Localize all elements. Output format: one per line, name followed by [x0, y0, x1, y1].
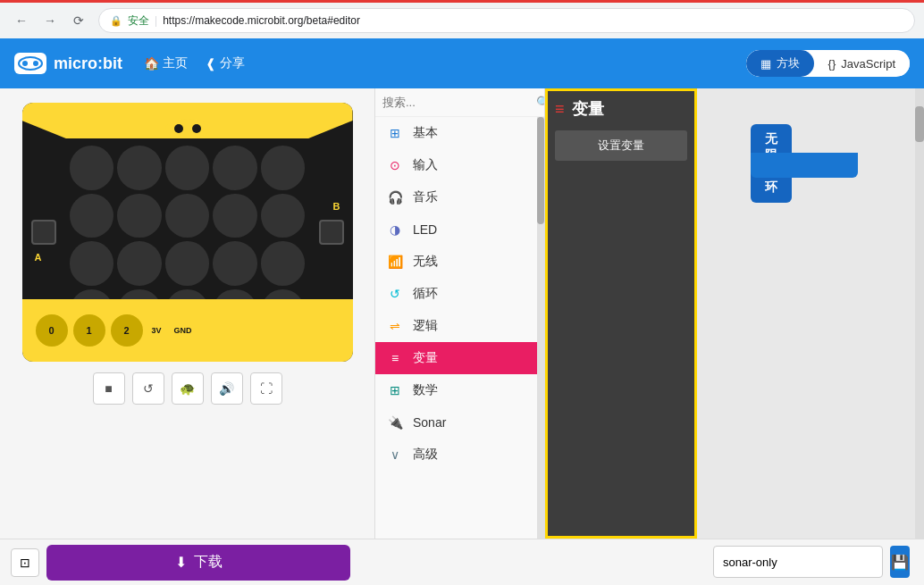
dot — [117, 194, 162, 238]
block-item-wireless[interactable]: 📶 无线 — [375, 246, 537, 278]
mode-toggle: ▦ 方块 {} JavaScript — [746, 50, 910, 77]
dot-row-3 — [70, 241, 306, 286]
logo: micro:bit — [14, 53, 122, 74]
logo-text: micro:bit — [54, 54, 122, 73]
dot — [117, 241, 162, 286]
blocks-scroll-container: ⊞ 基本 ⊙ 输入 🎧 音乐 ◑ LED — [375, 117, 544, 539]
save-icon: 💾 — [891, 554, 909, 571]
simulator-panel: A B 0 1 2 3V GND ■ ↺ 🐢 — [0, 88, 375, 539]
block-item-math[interactable]: ⊞ 数学 — [375, 374, 537, 406]
basic-label: 基本 — [413, 125, 438, 141]
eye-left — [174, 124, 183, 133]
block-item-led[interactable]: ◑ LED — [375, 213, 537, 246]
block-item-logic[interactable]: ⇌ 逻辑 — [375, 310, 537, 342]
variables-title: ≡ 变量 — [555, 98, 687, 120]
pin-0[interactable]: 0 — [36, 314, 68, 347]
pin-1[interactable]: 1 — [73, 314, 105, 347]
pin-3v-label: 3V — [152, 326, 162, 335]
button-b[interactable] — [319, 220, 344, 245]
dot — [117, 146, 162, 190]
microbit-device: A B 0 1 2 3V GND — [22, 103, 353, 362]
sonar-label: Sonar — [413, 415, 446, 430]
search-bar: 🔍 — [375, 88, 544, 117]
slow-motion-button[interactable]: 🐢 — [172, 372, 204, 405]
forward-button[interactable]: → — [38, 8, 63, 33]
dot — [261, 146, 306, 190]
download-label: 下载 — [194, 553, 223, 572]
block-item-advanced[interactable]: ∨ 高级 — [375, 439, 537, 471]
save-button[interactable]: 💾 — [890, 546, 910, 578]
home-nav[interactable]: 🏠 主页 — [144, 55, 188, 71]
math-label: 数学 — [413, 382, 438, 398]
filename-input[interactable] — [713, 546, 883, 578]
dot-row-1 — [70, 146, 306, 190]
block-item-input[interactable]: ⊙ 输入 — [375, 149, 537, 181]
wireless-icon: 📶 — [386, 253, 404, 271]
browser-toolbar: ← → ⟳ 🔒 安全 | https://makecode.microbit.o… — [0, 3, 924, 38]
button-a[interactable] — [31, 220, 56, 245]
input-icon: ⊙ — [386, 156, 404, 174]
scroll-thumb — [537, 117, 544, 224]
nav-buttons: ← → ⟳ — [9, 8, 91, 33]
canvas-area[interactable]: 无限循环 — [697, 88, 924, 539]
svg-point-0 — [19, 57, 42, 70]
pin-2[interactable]: 2 — [111, 314, 143, 347]
canvas-scrollbar[interactable] — [915, 88, 924, 539]
url-text: https://makecode.microbit.org/beta#edito… — [163, 14, 360, 27]
advanced-label: 高级 — [413, 447, 438, 463]
secure-text: 安全 — [128, 13, 149, 29]
label-a: A — [35, 252, 42, 263]
dot — [213, 241, 257, 286]
dot — [165, 241, 210, 286]
block-item-loop[interactable]: ↺ 循环 — [375, 278, 537, 310]
variables-heading: 变量 — [572, 98, 604, 120]
microbit-eyes — [174, 124, 201, 133]
dot — [165, 146, 210, 190]
basic-icon: ⊞ — [386, 124, 404, 142]
set-variable-button[interactable]: 设置变量 — [555, 130, 687, 161]
share-nav[interactable]: ❰ 分享 — [206, 55, 245, 71]
sidebar-toggle-button[interactable]: ⊡ — [11, 548, 39, 577]
dot — [213, 146, 257, 190]
scroll-indicator[interactable] — [537, 117, 544, 539]
blocks-icon: ▦ — [760, 57, 771, 71]
stop-button[interactable]: ■ — [93, 372, 125, 405]
url-separator: | — [155, 14, 157, 27]
address-bar[interactable]: 🔒 安全 | https://makecode.microbit.org/bet… — [98, 8, 915, 33]
pin-2-label: 2 — [123, 325, 129, 336]
search-input[interactable] — [382, 96, 533, 109]
music-label: 音乐 — [413, 189, 438, 205]
lock-icon: 🔒 — [110, 15, 122, 27]
block-item-music[interactable]: 🎧 音乐 — [375, 181, 537, 213]
header-nav: 🏠 主页 ❰ 分享 — [144, 55, 245, 71]
sonar-icon: 🔌 — [386, 414, 404, 431]
pin-1-label: 1 — [86, 325, 91, 336]
download-button[interactable]: ⬇ 下载 — [46, 545, 350, 581]
dot — [70, 194, 114, 238]
logo-icon — [14, 53, 46, 74]
loop-label: 循环 — [413, 286, 438, 302]
canvas-scroll-thumb — [915, 106, 924, 142]
block-item-variables[interactable]: ≡ 变量 — [375, 342, 537, 374]
svg-point-2 — [33, 61, 38, 66]
sim-controls: ■ ↺ 🐢 🔊 ⛶ — [93, 372, 282, 405]
js-label: JavaScript — [841, 57, 895, 71]
back-button[interactable]: ← — [9, 8, 34, 33]
share-icon: ❰ — [206, 56, 216, 71]
logic-label: 逻辑 — [413, 318, 438, 334]
block-item-sonar[interactable]: 🔌 Sonar — [375, 406, 537, 439]
javascript-mode-button[interactable]: {} JavaScript — [814, 52, 910, 76]
fullscreen-button[interactable]: ⛶ — [250, 372, 282, 405]
variables-panel: ≡ 变量 设置变量 — [545, 88, 697, 539]
svg-point-1 — [22, 61, 28, 66]
block-item-basic[interactable]: ⊞ 基本 — [375, 117, 537, 149]
pins-area: 0 1 2 3V GND — [22, 299, 353, 362]
variables-icon: ≡ — [386, 349, 404, 367]
sound-button[interactable]: 🔊 — [211, 372, 243, 405]
restart-button[interactable]: ↺ — [132, 372, 164, 405]
led-icon: ◑ — [386, 221, 404, 238]
blocks-mode-button[interactable]: ▦ 方块 — [746, 50, 814, 77]
led-label: LED — [413, 222, 437, 237]
reload-button[interactable]: ⟳ — [66, 8, 91, 33]
dot — [165, 194, 210, 238]
